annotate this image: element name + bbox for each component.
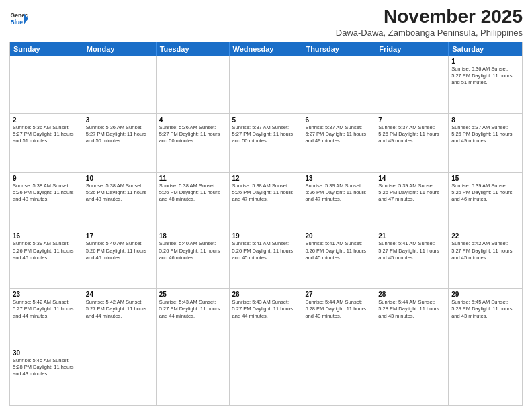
day-number: 8 — [451, 116, 519, 124]
day-cell-30: 30Sunrise: 5:45 AM Sunset: 5:28 PM Dayli… — [10, 347, 83, 405]
day-cell-15: 15Sunrise: 5:39 AM Sunset: 5:26 PM Dayli… — [449, 173, 522, 230]
day-cell-3: 3Sunrise: 5:36 AM Sunset: 5:27 PM Daylig… — [83, 114, 157, 172]
day-cell-10: 10Sunrise: 5:38 AM Sunset: 5:26 PM Dayli… — [83, 173, 157, 230]
empty-cell-r5c1 — [83, 347, 157, 405]
day-cell-21: 21Sunrise: 5:41 AM Sunset: 5:27 PM Dayli… — [375, 230, 449, 288]
empty-cell-r0c0 — [10, 56, 83, 113]
day-number: 17 — [86, 232, 153, 240]
calendar-row-5: 23Sunrise: 5:42 AM Sunset: 5:27 PM Dayli… — [10, 288, 522, 347]
day-info: Sunrise: 5:43 AM Sunset: 5:27 PM Dayligh… — [232, 299, 300, 319]
logo: General Blue — [9, 9, 28, 28]
day-number: 10 — [86, 175, 153, 182]
empty-cell-r5c5 — [375, 347, 449, 405]
day-cell-5: 5Sunrise: 5:37 AM Sunset: 5:27 PM Daylig… — [230, 114, 303, 172]
day-info: Sunrise: 5:37 AM Sunset: 5:26 PM Dayligh… — [378, 124, 445, 144]
day-info: Sunrise: 5:38 AM Sunset: 5:26 PM Dayligh… — [13, 183, 80, 203]
day-cell-12: 12Sunrise: 5:38 AM Sunset: 5:26 PM Dayli… — [230, 173, 303, 230]
day-number: 9 — [13, 175, 80, 182]
day-number: 28 — [378, 291, 445, 298]
day-number: 13 — [305, 175, 372, 182]
day-number: 14 — [378, 175, 445, 182]
day-info: Sunrise: 5:44 AM Sunset: 5:28 PM Dayligh… — [378, 299, 445, 319]
day-cell-7: 7Sunrise: 5:37 AM Sunset: 5:26 PM Daylig… — [375, 114, 449, 172]
day-info: Sunrise: 5:36 AM Sunset: 5:27 PM Dayligh… — [86, 124, 153, 144]
day-cell-1: 1Sunrise: 5:36 AM Sunset: 5:27 PM Daylig… — [449, 56, 522, 113]
day-cell-13: 13Sunrise: 5:39 AM Sunset: 5:26 PM Dayli… — [302, 173, 375, 230]
day-cell-14: 14Sunrise: 5:39 AM Sunset: 5:26 PM Dayli… — [375, 173, 449, 230]
day-cell-25: 25Sunrise: 5:43 AM Sunset: 5:27 PM Dayli… — [157, 289, 230, 347]
title-area: November 2025 Dawa-Dawa, Zamboanga Penin… — [336, 7, 523, 38]
day-number: 27 — [305, 291, 372, 298]
day-info: Sunrise: 5:43 AM Sunset: 5:27 PM Dayligh… — [159, 299, 226, 319]
subtitle: Dawa-Dawa, Zamboanga Peninsula, Philippi… — [336, 28, 523, 38]
day-number: 3 — [86, 116, 153, 124]
empty-cell-r0c2 — [157, 56, 230, 113]
calendar-row-1: 1Sunrise: 5:36 AM Sunset: 5:27 PM Daylig… — [10, 56, 522, 113]
day-number: 5 — [232, 116, 300, 124]
day-info: Sunrise: 5:45 AM Sunset: 5:28 PM Dayligh… — [13, 357, 80, 377]
weekday-header-tuesday: Tuesday — [157, 42, 230, 56]
day-number: 18 — [159, 232, 226, 240]
month-title: November 2025 — [336, 7, 523, 28]
day-number: 1 — [451, 58, 519, 65]
day-number: 30 — [13, 349, 80, 357]
day-number: 16 — [13, 232, 80, 240]
day-info: Sunrise: 5:39 AM Sunset: 5:26 PM Dayligh… — [13, 240, 80, 261]
day-info: Sunrise: 5:45 AM Sunset: 5:28 PM Dayligh… — [451, 299, 519, 319]
day-number: 24 — [86, 291, 153, 298]
day-info: Sunrise: 5:37 AM Sunset: 5:27 PM Dayligh… — [232, 124, 300, 144]
weekday-header-wednesday: Wednesday — [230, 42, 303, 56]
day-cell-18: 18Sunrise: 5:40 AM Sunset: 5:26 PM Dayli… — [157, 230, 230, 288]
day-cell-26: 26Sunrise: 5:43 AM Sunset: 5:27 PM Dayli… — [230, 289, 303, 347]
day-info: Sunrise: 5:42 AM Sunset: 5:27 PM Dayligh… — [451, 240, 519, 261]
logo-icon: General Blue — [9, 9, 28, 28]
weekday-header-sunday: Sunday — [10, 42, 83, 56]
calendar-body: 1Sunrise: 5:36 AM Sunset: 5:27 PM Daylig… — [10, 56, 522, 405]
day-info: Sunrise: 5:36 AM Sunset: 5:27 PM Dayligh… — [159, 124, 226, 144]
day-number: 12 — [232, 175, 300, 182]
day-info: Sunrise: 5:39 AM Sunset: 5:26 PM Dayligh… — [305, 183, 372, 203]
weekday-header-friday: Friday — [375, 42, 449, 56]
day-cell-19: 19Sunrise: 5:41 AM Sunset: 5:26 PM Dayli… — [230, 230, 303, 288]
empty-cell-r0c1 — [83, 56, 157, 113]
day-cell-8: 8Sunrise: 5:37 AM Sunset: 5:26 PM Daylig… — [449, 114, 522, 172]
day-cell-6: 6Sunrise: 5:37 AM Sunset: 5:27 PM Daylig… — [302, 114, 375, 172]
calendar-row-4: 16Sunrise: 5:39 AM Sunset: 5:26 PM Dayli… — [10, 230, 522, 288]
day-info: Sunrise: 5:38 AM Sunset: 5:26 PM Dayligh… — [159, 183, 226, 203]
day-info: Sunrise: 5:41 AM Sunset: 5:27 PM Dayligh… — [378, 240, 445, 261]
day-number: 6 — [305, 116, 372, 124]
day-number: 2 — [13, 116, 80, 124]
day-info: Sunrise: 5:40 AM Sunset: 5:26 PM Dayligh… — [159, 240, 226, 261]
empty-cell-r0c4 — [302, 56, 375, 113]
day-info: Sunrise: 5:41 AM Sunset: 5:26 PM Dayligh… — [305, 240, 372, 261]
weekday-header-saturday: Saturday — [449, 42, 522, 56]
page: General Blue November 2025 Dawa-Dawa, Za… — [0, 0, 532, 411]
empty-cell-r5c3 — [230, 347, 303, 405]
day-number: 7 — [378, 116, 445, 124]
day-number: 25 — [159, 291, 226, 298]
day-cell-16: 16Sunrise: 5:39 AM Sunset: 5:26 PM Dayli… — [10, 230, 83, 288]
day-number: 29 — [451, 291, 519, 298]
day-cell-29: 29Sunrise: 5:45 AM Sunset: 5:28 PM Dayli… — [449, 289, 522, 347]
day-cell-2: 2Sunrise: 5:36 AM Sunset: 5:27 PM Daylig… — [10, 114, 83, 172]
day-cell-9: 9Sunrise: 5:38 AM Sunset: 5:26 PM Daylig… — [10, 173, 83, 230]
day-info: Sunrise: 5:41 AM Sunset: 5:26 PM Dayligh… — [232, 240, 300, 261]
calendar-row-2: 2Sunrise: 5:36 AM Sunset: 5:27 PM Daylig… — [10, 113, 522, 172]
day-number: 11 — [159, 175, 226, 182]
header: General Blue November 2025 Dawa-Dawa, Za… — [9, 7, 523, 38]
day-number: 15 — [451, 175, 519, 182]
weekday-header-thursday: Thursday — [302, 42, 375, 56]
day-info: Sunrise: 5:40 AM Sunset: 5:26 PM Dayligh… — [86, 240, 153, 261]
day-cell-11: 11Sunrise: 5:38 AM Sunset: 5:26 PM Dayli… — [157, 173, 230, 230]
day-info: Sunrise: 5:39 AM Sunset: 5:26 PM Dayligh… — [451, 183, 519, 203]
day-cell-27: 27Sunrise: 5:44 AM Sunset: 5:28 PM Dayli… — [302, 289, 375, 347]
calendar-row-3: 9Sunrise: 5:38 AM Sunset: 5:26 PM Daylig… — [10, 172, 522, 230]
day-number: 26 — [232, 291, 300, 298]
day-info: Sunrise: 5:36 AM Sunset: 5:27 PM Dayligh… — [13, 124, 80, 144]
day-cell-23: 23Sunrise: 5:42 AM Sunset: 5:27 PM Dayli… — [10, 289, 83, 347]
day-cell-22: 22Sunrise: 5:42 AM Sunset: 5:27 PM Dayli… — [449, 230, 522, 288]
day-info: Sunrise: 5:37 AM Sunset: 5:26 PM Dayligh… — [451, 124, 519, 144]
empty-cell-r5c6 — [449, 347, 522, 405]
calendar-row-6: 30Sunrise: 5:45 AM Sunset: 5:28 PM Dayli… — [10, 347, 522, 405]
day-info: Sunrise: 5:44 AM Sunset: 5:28 PM Dayligh… — [305, 299, 372, 319]
